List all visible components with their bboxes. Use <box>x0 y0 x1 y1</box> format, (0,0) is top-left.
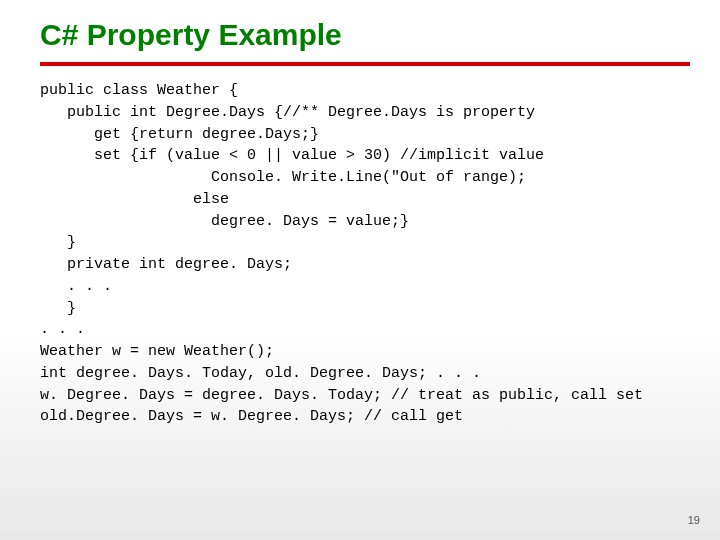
slide-title: C# Property Example <box>40 18 690 52</box>
code-line: int degree. Days. Today, old. Degree. Da… <box>40 365 481 382</box>
code-line: get {return degree.Days;} <box>40 126 319 143</box>
code-line: public int Degree.Days {//** Degree.Days… <box>40 104 535 121</box>
code-line: Weather w = new Weather(); <box>40 343 274 360</box>
code-line: } <box>40 234 76 251</box>
code-line: w. Degree. Days = degree. Days. Today; /… <box>40 387 643 404</box>
code-line: old.Degree. Days = w. Degree. Days; // c… <box>40 408 463 425</box>
code-block: public class Weather { public int Degree… <box>40 80 690 428</box>
code-line: private int degree. Days; <box>40 256 292 273</box>
code-line: Console. Write.Line("Out of range); <box>40 169 526 186</box>
code-line: set {if (value < 0 || value > 30) //impl… <box>40 147 544 164</box>
code-line: } <box>40 300 76 317</box>
code-line: else <box>40 191 229 208</box>
code-line: degree. Days = value;} <box>40 213 409 230</box>
code-line: . . . <box>40 278 112 295</box>
page-number: 19 <box>688 514 700 526</box>
code-line: public class Weather { <box>40 82 238 99</box>
code-line: . . . <box>40 321 85 338</box>
slide: C# Property Example public class Weather… <box>0 0 720 540</box>
title-underline <box>40 62 690 66</box>
